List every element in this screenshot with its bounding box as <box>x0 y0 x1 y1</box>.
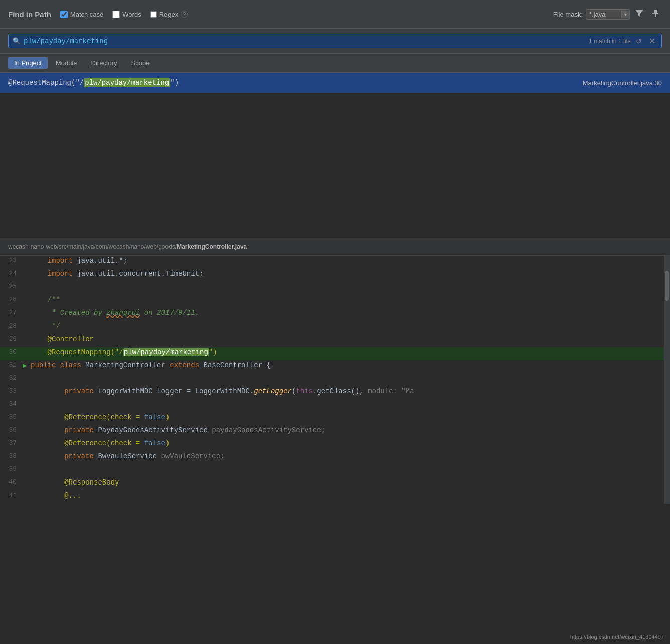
result-code-prefix: @RequestMapping("/ <box>8 79 84 87</box>
code-line-31: 31 ▶ public class MarketingController ex… <box>0 360 670 373</box>
line-content-26: /** <box>31 296 670 304</box>
search-input[interactable] <box>24 37 582 45</box>
line-number-39: 39 <box>0 465 23 473</box>
line-number-36: 36 <box>0 426 23 434</box>
line-content-35: @Reference(check = false) <box>31 413 670 421</box>
tab-module[interactable]: Module <box>50 57 83 69</box>
regex-label: Regex <box>159 11 179 18</box>
code-line-25: 25 <box>0 282 670 295</box>
line-number-33: 33 <box>0 387 23 395</box>
search-refresh-icon[interactable]: ↺ <box>634 37 644 45</box>
line-content-39 <box>31 465 670 473</box>
filter-icon[interactable] <box>633 8 646 21</box>
attribution: https://blog.csdn.net/weixin_41304497 <box>570 634 664 640</box>
code-line-29: 29 @Controller <box>0 334 670 347</box>
line-number-23: 23 <box>0 257 23 264</box>
empty-result-area <box>0 93 670 238</box>
line-content-31: public class MarketingController extends… <box>31 361 670 369</box>
words-label: Words <box>122 11 141 18</box>
tab-scope[interactable]: Scope <box>125 57 156 69</box>
search-magnifier-icon: 🔍 <box>13 37 21 45</box>
tab-directory[interactable]: Directory <box>85 57 123 69</box>
line-number-32: 32 <box>0 374 23 382</box>
line-content-34 <box>31 400 670 408</box>
pin-icon[interactable] <box>649 8 662 21</box>
file-mask-label: File mask: <box>553 11 583 18</box>
file-mask-section: File mask: ▾ <box>553 8 662 21</box>
line-number-41: 41 <box>0 492 23 499</box>
words-checkbox[interactable] <box>112 11 120 18</box>
result-highlight: plw/payday/marketing <box>84 78 170 87</box>
line-content-30: @RequestMapping("/plw/payday/marketing") <box>31 348 670 356</box>
line-content-33: private LoggerWithMDC logger = LoggerWit… <box>31 387 670 395</box>
match-case-label: Match case <box>70 11 103 18</box>
line-number-24: 24 <box>0 270 23 277</box>
arrow-icon: ▶ <box>23 361 31 370</box>
search-bar: 🔍 1 match in 1 file ↺ ✕ <box>0 29 670 54</box>
match-case-checkbox[interactable] <box>60 11 68 18</box>
line-content-24: import java.util.concurrent.TimeUnit; <box>31 270 670 278</box>
code-area: 23 import java.util.*; 24 import java.ut… <box>0 256 670 504</box>
filepath-path: wecash-nano-web/src/main/java/com/wecash… <box>8 243 177 250</box>
code-line-28: 28 */ <box>0 321 670 334</box>
line-number-31: 31 <box>0 361 23 369</box>
file-mask-input-wrap: ▾ <box>586 9 630 20</box>
svg-marker-0 <box>635 10 643 17</box>
line-content-29: @Controller <box>31 335 670 343</box>
code-line-36: 36 private PaydayGoodsActivityService pa… <box>0 425 670 438</box>
scrollbar[interactable] <box>664 256 670 504</box>
result-row[interactable]: @RequestMapping("/plw/payday/marketing")… <box>0 73 670 93</box>
match-count: 1 match in 1 file <box>589 38 631 45</box>
line-number-37: 37 <box>0 439 23 447</box>
code-line-33: 33 private LoggerWithMDC logger = Logger… <box>0 386 670 399</box>
line-content-23: import java.util.*; <box>31 257 670 265</box>
regex-option[interactable]: Regex ? <box>150 11 188 18</box>
line-content-40: @ResponseBody <box>31 478 670 487</box>
line-number-35: 35 <box>0 413 23 421</box>
code-line-41: 41 @... <box>0 491 670 504</box>
line-number-28: 28 <box>0 322 23 330</box>
line-number-27: 27 <box>0 309 23 316</box>
code-line-23: 23 import java.util.*; <box>0 256 670 269</box>
code-line-27: 27 * Created by zhangrui on 2017/9/11. <box>0 308 670 321</box>
file-mask-input[interactable] <box>586 10 621 19</box>
filepath-bar: wecash-nano-web/src/main/java/com/wecash… <box>0 238 670 256</box>
match-case-option[interactable]: Match case <box>60 11 103 18</box>
find-in-path-title: Find in Path <box>8 10 51 19</box>
line-number-34: 34 <box>0 400 23 408</box>
search-input-wrap: 🔍 1 match in 1 file ↺ ✕ <box>8 34 662 48</box>
line-number-26: 26 <box>0 296 23 303</box>
code-line-30: 30 @RequestMapping("/plw/payday/marketin… <box>0 347 670 360</box>
line-content-37: @Reference(check = false) <box>31 439 670 447</box>
code-line-40: 40 @ResponseBody <box>0 477 670 491</box>
filepath-text: wecash-nano-web/src/main/java/com/wecash… <box>8 243 247 250</box>
filepath-filename: MarketingController.java <box>177 243 247 250</box>
tab-in-project[interactable]: In Project <box>8 57 48 69</box>
words-option[interactable]: Words <box>112 11 141 18</box>
regex-checkbox[interactable] <box>150 11 157 18</box>
regex-help-icon[interactable]: ? <box>181 11 188 18</box>
code-line-32: 32 <box>0 373 670 386</box>
search-close-icon[interactable]: ✕ <box>647 36 657 46</box>
code-line-26: 26 /** <box>0 295 670 308</box>
code-line-34: 34 <box>0 399 670 412</box>
line-content-38: private BwVauleService bwVauleService; <box>31 452 670 460</box>
result-code-suffix: ") <box>170 79 179 87</box>
tabs-bar: In Project Module Directory Scope <box>0 54 670 73</box>
code-line-24: 24 import java.util.concurrent.TimeUnit; <box>0 269 670 282</box>
line-number-25: 25 <box>0 283 23 290</box>
line-content-41: @... <box>31 492 670 500</box>
code-line-37: 37 @Reference(check = false) <box>0 438 670 451</box>
line-content-27: * Created by zhangrui on 2017/9/11. <box>31 309 670 317</box>
line-content-25 <box>31 283 670 291</box>
line-content-28: */ <box>31 322 670 330</box>
result-code: @RequestMapping("/plw/payday/marketing") <box>8 79 179 87</box>
code-line-38: 38 private BwVauleService bwVauleService… <box>0 451 670 464</box>
code-line-35: 35 @Reference(check = false) <box>0 412 670 425</box>
file-mask-dropdown-icon[interactable]: ▾ <box>621 11 629 18</box>
line-number-38: 38 <box>0 452 23 460</box>
toolbar: Find in Path Match case Words Regex ? Fi… <box>0 0 670 29</box>
scrollbar-thumb[interactable] <box>665 271 669 301</box>
line-content-32 <box>31 374 670 382</box>
line-number-29: 29 <box>0 335 23 343</box>
